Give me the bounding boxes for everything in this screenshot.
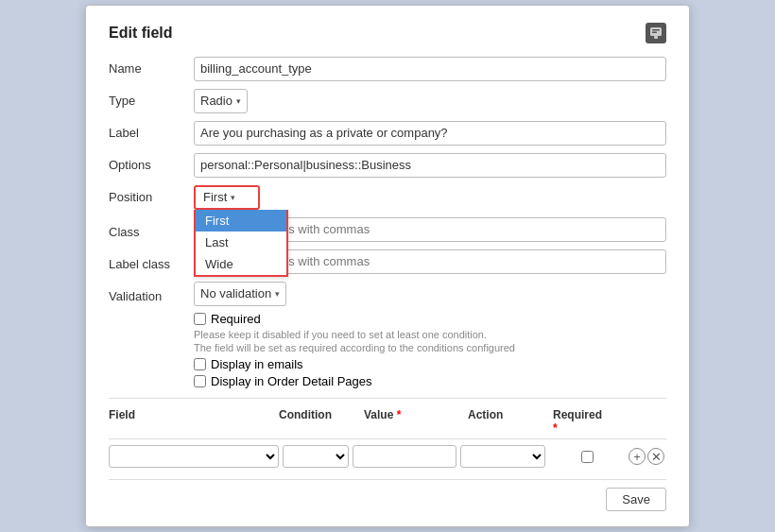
svg-rect-1 [652, 29, 660, 31]
name-input[interactable] [194, 57, 666, 81]
modal-title: Edit field [109, 25, 173, 42]
display-order-label: Display in Order Detail Pages [211, 374, 372, 388]
position-label: Position [109, 185, 194, 204]
value-col-header: Value * [364, 408, 468, 436]
label-class-label: Label class [109, 252, 194, 271]
add-condition-button[interactable]: + [629, 448, 646, 465]
svg-rect-2 [652, 31, 657, 33]
display-emails-label: Display in emails [211, 357, 303, 371]
required-col-header: Required * [553, 408, 629, 436]
class-row: Class [109, 217, 666, 242]
value-input[interactable] [353, 445, 456, 468]
validation-chevron-icon: ▾ [275, 289, 280, 299]
display-emails-checkbox[interactable] [194, 358, 206, 370]
type-row: Type Radio ▾ [109, 89, 666, 113]
modal-overlay: Edit field Name Type Radio ▾ [0, 0, 775, 532]
position-row: Position First ▾ First Last Wide [109, 185, 666, 210]
required-checkbox[interactable] [194, 313, 206, 325]
position-dropdown-wrapper: First ▾ First Last Wide [194, 185, 260, 210]
options-label: Options [109, 153, 194, 172]
actions-col-header [629, 408, 666, 436]
label-row: Label [109, 121, 666, 146]
display-emails-row: Display in emails [194, 357, 666, 371]
validation-select[interactable]: No validation ▾ [194, 282, 286, 306]
position-value: First [203, 190, 227, 204]
field-col-header: Field [109, 408, 279, 436]
divider [109, 398, 666, 399]
action-select[interactable] [460, 445, 545, 468]
modal-header: Edit field [109, 23, 666, 43]
label-label: Label [109, 121, 194, 140]
options-row: Options [109, 153, 666, 178]
remove-condition-button[interactable]: ✕ [647, 448, 664, 465]
label-class-row: Label class [109, 249, 666, 274]
conditions-data-row: + ✕ [109, 445, 666, 468]
action-col-header: Action [468, 408, 553, 436]
class-label: Class [109, 220, 194, 239]
condition-col-header: Condition [279, 408, 364, 436]
add-remove-buttons: + ✕ [629, 448, 666, 465]
position-chevron-icon: ▾ [231, 193, 235, 202]
position-option-last[interactable]: Last [196, 232, 286, 253]
validation-label: Validation [109, 284, 194, 303]
required-col-star: * [553, 421, 558, 435]
save-button[interactable]: Save [606, 488, 666, 511]
required-label: Required [211, 312, 261, 326]
hint-text-2: The field will be set as required accord… [194, 342, 666, 353]
svg-rect-3 [654, 36, 658, 39]
condition-required-checkbox[interactable] [581, 451, 594, 463]
name-label: Name [109, 57, 194, 76]
label-input[interactable] [194, 121, 666, 146]
position-option-wide[interactable]: Wide [196, 253, 286, 275]
condition-select[interactable] [283, 445, 349, 468]
modal-icon[interactable] [646, 23, 666, 43]
type-chevron-icon: ▾ [236, 96, 241, 106]
position-option-first[interactable]: First [196, 210, 286, 232]
value-required-star: * [397, 408, 402, 421]
position-button[interactable]: First ▾ [194, 185, 260, 210]
footer-row: Save [109, 479, 666, 511]
options-input[interactable] [194, 153, 666, 178]
required-row: Required [194, 312, 666, 326]
required-cell [549, 451, 625, 463]
edit-field-modal: Edit field Name Type Radio ▾ [85, 5, 690, 528]
display-order-checkbox[interactable] [194, 375, 206, 387]
validation-row: Validation No validation ▾ [109, 282, 666, 306]
position-dropdown-menu: First Last Wide [194, 210, 288, 277]
display-order-row: Display in Order Detail Pages [194, 374, 666, 388]
field-select[interactable] [109, 445, 279, 468]
hint-text-1: Please keep it disabled if you need to s… [194, 329, 666, 340]
type-select[interactable]: Radio ▾ [194, 89, 248, 113]
name-row: Name [109, 57, 666, 81]
type-label: Type [109, 89, 194, 108]
conditions-header: Field Condition Value * Action Required … [109, 408, 666, 440]
